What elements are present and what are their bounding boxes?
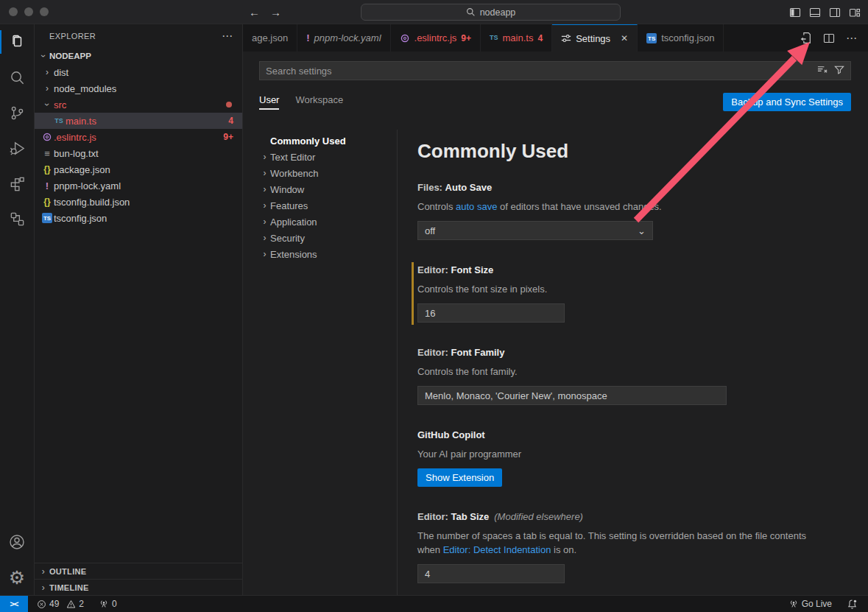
activitybar-extensions[interactable] bbox=[0, 166, 34, 201]
toc-item-text-editor[interactable]: ›Text Editor bbox=[243, 149, 397, 165]
panel-label: TIMELINE bbox=[49, 583, 89, 592]
toc-item-commonly-used[interactable]: Commonly Used bbox=[243, 133, 397, 149]
file-icon-slot bbox=[40, 132, 54, 142]
tab-settings[interactable]: Settings✕ bbox=[552, 24, 638, 52]
error-count: 49 bbox=[49, 599, 59, 609]
notifications-status-item[interactable] bbox=[842, 599, 862, 610]
editor-group: age.json!pnpm-lock.yaml.eslintrc.js9+TSm… bbox=[243, 24, 868, 595]
setting-select[interactable]: off⌄ bbox=[417, 221, 653, 240]
setting-input[interactable]: 16 bbox=[417, 303, 565, 323]
tab-problems-badge: 9+ bbox=[461, 33, 471, 43]
remote-indicator[interactable]: >< bbox=[0, 596, 28, 612]
setting-description-link[interactable]: Editor: Detect Indentation bbox=[443, 544, 551, 555]
ports-status-item[interactable]: 0 bbox=[94, 599, 121, 609]
settings-scope-row: UserWorkspace Backup and Sync Settings bbox=[259, 90, 851, 113]
tab-main-ts[interactable]: TSmain.ts4 bbox=[481, 24, 552, 52]
toggle-secondary-sidebar-icon[interactable] bbox=[829, 7, 841, 18]
toc-item-window[interactable]: ›Window bbox=[243, 181, 397, 197]
tree-item-node-modules[interactable]: ›node_modules bbox=[35, 80, 242, 96]
tree-item-pnpm-lock-yaml[interactable]: !pnpm-lock.yaml bbox=[35, 177, 242, 194]
tab-age-json[interactable]: age.json bbox=[243, 24, 297, 52]
activitybar-source-control[interactable] bbox=[0, 95, 34, 130]
customize-layout-icon[interactable] bbox=[849, 7, 861, 18]
error-icon bbox=[37, 599, 46, 609]
toc-item-workbench[interactable]: ›Workbench bbox=[243, 165, 397, 181]
chevron-down-icon: › bbox=[40, 99, 54, 110]
tree-item-tsconfig-build-json[interactable]: {}tsconfig.build.json bbox=[35, 194, 242, 210]
run-and-debug-icon bbox=[9, 140, 26, 157]
settings-scope-workspace[interactable]: Workspace bbox=[295, 94, 343, 110]
settings-sliders-icon bbox=[561, 33, 571, 43]
setting-name: Tab Size bbox=[451, 511, 490, 522]
setting-description-link[interactable]: auto save bbox=[456, 201, 497, 212]
file-icon-slot: TS bbox=[40, 213, 54, 223]
go-live-broadcast-icon bbox=[788, 599, 799, 609]
setting-category: Editor: bbox=[417, 264, 451, 275]
navigate-back-icon[interactable]: ← bbox=[249, 6, 260, 18]
explorer-more-actions-icon[interactable]: ⋯ bbox=[222, 29, 233, 43]
tree-item-main-ts[interactable]: TSmain.ts4 bbox=[35, 113, 242, 129]
tab-label: tsconfig.json bbox=[661, 32, 714, 43]
tree-item-bun-log-txt[interactable]: ≡bun-log.txt bbox=[35, 145, 242, 161]
tree-item-label: bun-log.txt bbox=[54, 148, 99, 159]
command-center-search[interactable]: nodeapp bbox=[361, 4, 621, 21]
setting-category: Editor: bbox=[417, 511, 451, 522]
zoom-window-button[interactable] bbox=[40, 7, 49, 16]
split-editor-icon[interactable] bbox=[823, 32, 835, 44]
source-control-icon bbox=[9, 105, 26, 122]
activitybar-search[interactable] bbox=[0, 60, 34, 95]
close-window-button[interactable] bbox=[9, 7, 18, 16]
setting-font-family: Editor: Font FamilyControls the font fam… bbox=[417, 347, 830, 405]
tab--eslintrc-js[interactable]: .eslintrc.js9+ bbox=[391, 24, 481, 52]
activitybar-explorer[interactable] bbox=[0, 24, 34, 60]
activitybar-manage-gear[interactable]: ⚙ bbox=[0, 560, 34, 595]
settings-page-heading: Commonly Used bbox=[417, 140, 868, 163]
tab-label: Settings bbox=[576, 33, 610, 44]
tab-tsconfig-json[interactable]: TStsconfig.json bbox=[638, 24, 724, 52]
setting-input[interactable]: Menlo, Monaco, 'Courier New', monospace bbox=[417, 386, 727, 405]
close-tab-icon[interactable]: ✕ bbox=[621, 33, 628, 43]
navigate-forward-icon[interactable]: → bbox=[270, 6, 281, 18]
minimize-window-button[interactable] bbox=[24, 7, 33, 16]
tree-item-src[interactable]: ›src bbox=[35, 96, 242, 113]
setting-input[interactable]: 4 bbox=[417, 564, 565, 583]
problems-dot-badge bbox=[226, 102, 232, 108]
tree-root-nodeapp[interactable]: › NODEAPP bbox=[35, 48, 242, 64]
activitybar-run-and-debug[interactable] bbox=[0, 130, 34, 166]
tree-item-dist[interactable]: ›dist bbox=[35, 64, 242, 80]
settings-search-input[interactable] bbox=[266, 66, 817, 77]
sidebar-panel-outline[interactable]: ›OUTLINE bbox=[35, 563, 242, 579]
toc-item-features[interactable]: ›Features bbox=[243, 197, 397, 214]
problems-status-item[interactable]: 49 2 bbox=[32, 599, 88, 609]
setting-description: Controls the font size in pixels. bbox=[417, 282, 830, 296]
toggle-panel-icon[interactable] bbox=[809, 7, 821, 18]
backup-sync-settings-button[interactable]: Backup and Sync Settings bbox=[723, 93, 851, 111]
settings-search-box[interactable] bbox=[259, 61, 851, 80]
more-editor-actions-icon[interactable]: ⋯ bbox=[846, 32, 858, 45]
yaml-warning-icon: ! bbox=[306, 33, 309, 43]
filter-settings-icon[interactable] bbox=[834, 65, 844, 77]
setting-github-copilot: GitHub CopilotYour AI pair programmerSho… bbox=[417, 429, 830, 487]
go-live-status-item[interactable]: Go Live bbox=[784, 599, 836, 609]
settings-scope-user[interactable]: User bbox=[259, 94, 279, 110]
activitybar-remote-explorer[interactable] bbox=[0, 201, 34, 236]
toc-item-security[interactable]: ›Security bbox=[243, 230, 397, 246]
toc-item-application[interactable]: ›Application bbox=[243, 214, 397, 230]
toc-item-extensions[interactable]: ›Extensions bbox=[243, 246, 397, 262]
text-file-icon: ≡ bbox=[44, 149, 50, 158]
file-icon-slot: {} bbox=[40, 165, 54, 174]
input-value: 16 bbox=[425, 308, 435, 319]
sidebar-panel-timeline[interactable]: ›TIMELINE bbox=[35, 579, 242, 595]
toggle-primary-sidebar-icon[interactable] bbox=[789, 7, 801, 18]
show-extension-button[interactable]: Show Extension bbox=[417, 468, 502, 487]
activitybar-accounts[interactable] bbox=[0, 524, 34, 560]
tree-item-tsconfig-json[interactable]: TStsconfig.json bbox=[35, 210, 242, 226]
clear-settings-filter-icon[interactable] bbox=[817, 64, 828, 77]
tree-item-package-json[interactable]: {}package.json bbox=[35, 161, 242, 177]
open-settings-json-icon[interactable] bbox=[800, 32, 812, 44]
tab-pnpm-lock-yaml[interactable]: !pnpm-lock.yaml bbox=[297, 24, 390, 52]
tree-item--eslintrc-js[interactable]: .eslintrc.js9+ bbox=[35, 129, 242, 145]
tab-label: main.ts bbox=[503, 32, 534, 43]
ports-count: 0 bbox=[112, 599, 117, 609]
setting-font-size: Editor: Font SizeControls the font size … bbox=[417, 264, 830, 323]
